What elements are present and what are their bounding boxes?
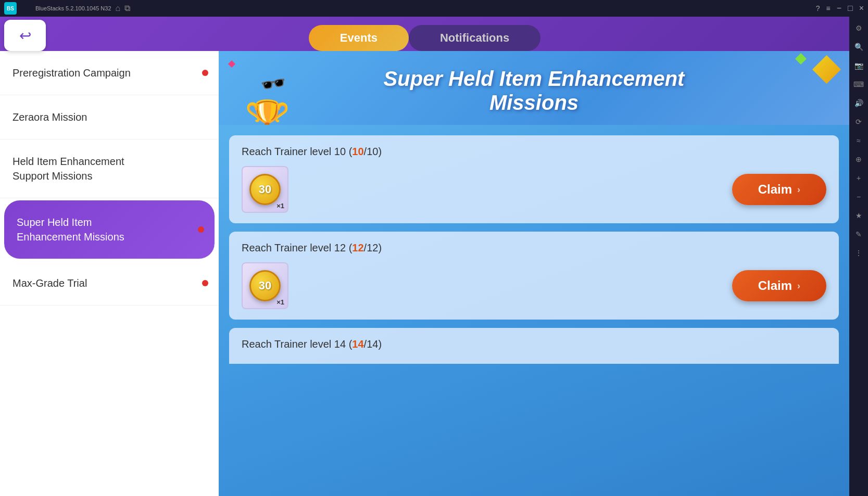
titlebar: BS BlueStacks 5.2.100.1045 N32 ⌂ ⧉ ? ≡ −… xyxy=(0,0,868,17)
sidebar-search-icon[interactable]: 🔍 xyxy=(851,40,866,54)
sidebar-camera-icon[interactable]: 📷 xyxy=(851,58,866,73)
sidebar-shake-icon[interactable]: ≈ xyxy=(851,133,866,148)
mission-2-title: Reach Trainer level 12 (12/12) xyxy=(242,242,826,254)
missions-list: Reach Trainer level 10 (10/10) 30 ×1 Cla… xyxy=(219,125,849,496)
sidebar-rotate-icon[interactable]: ⟳ xyxy=(851,115,866,129)
close-button[interactable]: × xyxy=(859,4,864,13)
tab-bar: Events Notifications xyxy=(0,17,849,51)
mission-card-2: Reach Trainer level 12 (12/12) 30 ×1 Cla… xyxy=(229,232,839,320)
mission-2-reward-icon: 30 ×1 xyxy=(242,262,288,309)
reward-count-2: ×1 xyxy=(276,298,284,306)
bluestacks-logo: BS xyxy=(4,2,17,15)
claim-button-2[interactable]: Claim › xyxy=(732,270,826,301)
mission-1-reward-row: 30 ×1 Claim › xyxy=(242,166,826,213)
mission-1-title: Reach Trainer level 10 (10/10) xyxy=(242,146,826,158)
claim-label-1: Claim xyxy=(758,182,792,197)
mission-2-reward-row: 30 ×1 Claim › xyxy=(242,262,826,309)
minimize-button[interactable]: − xyxy=(837,4,841,13)
claim-button-1[interactable]: Claim › xyxy=(732,174,826,205)
help-icon[interactable]: ? xyxy=(816,4,820,12)
sidebar-item-label: Max-Grade Trial xyxy=(12,277,87,289)
claim-arrow-1: › xyxy=(797,184,800,195)
right-panel: 🕶️ 🏆 Super Held Item EnhancementMissions… xyxy=(219,51,849,496)
sidebar-volume-icon[interactable]: 🔊 xyxy=(851,96,866,110)
sidebar-location-icon[interactable]: ⊕ xyxy=(851,152,866,167)
banner-title: Super Held Item EnhancementMissions xyxy=(240,67,828,115)
mission-1-reward-icon: 30 ×1 xyxy=(242,166,288,213)
notification-dot xyxy=(202,280,208,286)
coin-icon-2: 30 xyxy=(249,270,281,301)
banner-header: 🕶️ 🏆 Super Held Item EnhancementMissions xyxy=(219,51,849,125)
titlebar-app-name: BlueStacks 5.2.100.1045 N32 xyxy=(35,5,111,11)
sidebar-star-icon[interactable]: ★ xyxy=(851,208,866,223)
window-controls: ? ≡ − □ × xyxy=(816,4,864,13)
sidebar-settings-icon[interactable]: ⚙ xyxy=(851,21,866,35)
notification-dot xyxy=(198,226,204,233)
right-sidebar: ⚙ 🔍 📷 ⌨ 🔊 ⟳ ≈ ⊕ + − ★ ✎ ⋮ xyxy=(849,17,868,496)
mission-card-3: Reach Trainer level 14 (14/14) xyxy=(229,328,839,364)
layers-icon[interactable]: ⧉ xyxy=(124,4,130,13)
coin-icon-1: 30 xyxy=(249,174,281,205)
tab-notifications[interactable]: Notifications xyxy=(409,25,540,51)
sidebar-item-label: Preregistration Campaign xyxy=(12,67,131,79)
sidebar-item-label: Zeraora Mission xyxy=(12,111,87,123)
back-button[interactable]: ↩ xyxy=(4,20,46,51)
tab-events[interactable]: Events xyxy=(309,25,409,51)
mission-card-1: Reach Trainer level 10 (10/10) 30 ×1 Cla… xyxy=(229,135,839,223)
sidebar-item-zeraora[interactable]: Zeraora Mission xyxy=(0,95,219,139)
main-container: Events Notifications Preregistration Cam… xyxy=(0,17,849,496)
left-sidebar: Preregistration Campaign Zeraora Mission… xyxy=(0,51,219,496)
claim-label-2: Claim xyxy=(758,278,792,293)
sidebar-item-super-held-item[interactable]: Super Held ItemEnhancement Missions xyxy=(4,200,215,259)
bracelet-decoration: 🏆 xyxy=(245,98,290,125)
sidebar-item-preregistration[interactable]: Preregistration Campaign xyxy=(0,51,219,95)
claim-arrow-2: › xyxy=(797,281,800,291)
sidebar-more-icon[interactable]: ⋮ xyxy=(851,246,866,260)
sidebar-zoom-out-icon[interactable]: − xyxy=(851,189,866,204)
reward-count-1: ×1 xyxy=(276,202,284,210)
back-arrow-icon: ↩ xyxy=(19,27,31,44)
hamburger-icon[interactable]: ≡ xyxy=(826,4,830,12)
diamond-decoration-2 xyxy=(795,53,807,65)
bluestacks-icon xyxy=(21,4,29,12)
home-icon[interactable]: ⌂ xyxy=(116,4,121,13)
sidebar-item-held-item-support[interactable]: Held Item EnhancementSupport Missions xyxy=(0,139,219,198)
sidebar-item-label: Held Item EnhancementSupport Missions xyxy=(12,156,124,182)
sidebar-keyboard-icon[interactable]: ⌨ xyxy=(851,77,866,92)
content-area: Preregistration Campaign Zeraora Mission… xyxy=(0,51,849,496)
diamond-decoration-3 xyxy=(228,60,235,68)
mission-3-title: Reach Trainer level 14 (14/14) xyxy=(242,338,826,350)
svg-rect-0 xyxy=(21,4,29,12)
maximize-button[interactable]: □ xyxy=(848,4,853,13)
sidebar-zoom-in-icon[interactable]: + xyxy=(851,171,866,185)
notification-dot xyxy=(202,70,208,76)
sidebar-edit-icon[interactable]: ✎ xyxy=(851,227,866,241)
sidebar-item-label: Super Held ItemEnhancement Missions xyxy=(17,217,124,243)
sidebar-item-max-grade[interactable]: Max-Grade Trial xyxy=(0,261,219,306)
